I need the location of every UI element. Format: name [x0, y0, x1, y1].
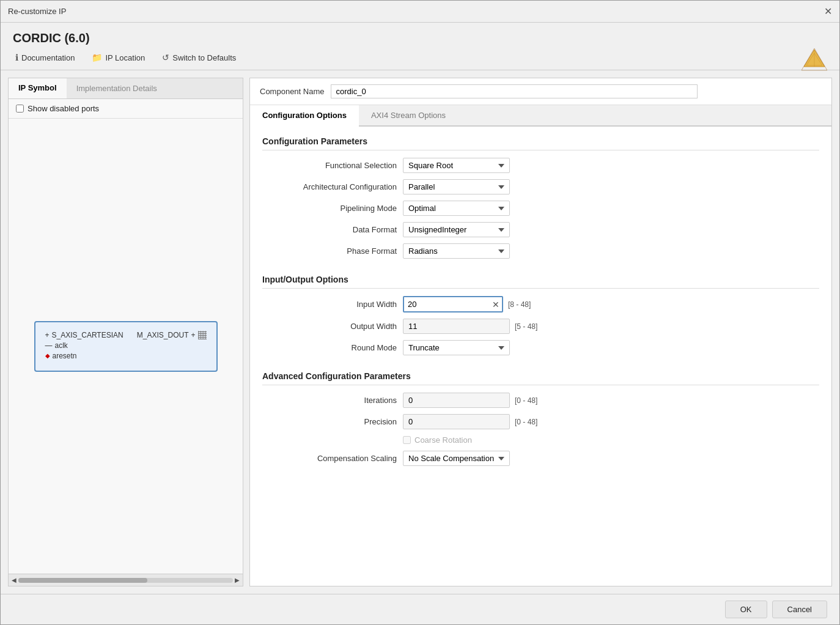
tab-ip-symbol[interactable]: IP Symbol [9, 78, 67, 98]
precision-range: [0 - 48] [515, 418, 537, 426]
port-s-axis-cartesian: + S_AXIS_CARTESIAN M_AXIS_DOUT + [45, 331, 207, 339]
param-control-architectural-config: Parallel Word Serial [403, 179, 510, 194]
input-width-clear-button[interactable]: ✕ [490, 300, 502, 309]
documentation-button[interactable]: ℹ Documentation [13, 51, 77, 64]
show-disabled-row: Show disabled ports [9, 99, 243, 119]
iterations-field[interactable] [403, 393, 510, 408]
param-label-phase-format: Phase Format [262, 246, 397, 256]
config-tabs-row: Configuration Options AXI4 Stream Option… [250, 105, 831, 127]
cancel-button[interactable]: Cancel [772, 601, 827, 618]
advanced-title: Advanced Configuration Parameters [262, 371, 819, 385]
minus-icon-aclk: — [45, 341, 53, 350]
switch-defaults-button[interactable]: ↺ Switch to Defaults [160, 51, 238, 64]
tab-axi4-stream-options[interactable]: AXI4 Stream Options [359, 105, 458, 127]
param-label-iterations: Iterations [262, 396, 397, 405]
symbol-area: + S_AXIS_CARTESIAN M_AXIS_DOUT + [9, 119, 243, 574]
tab-configuration-options[interactable]: Configuration Options [250, 105, 359, 127]
vivado-logo [801, 47, 827, 75]
param-label-data-format: Data Format [262, 225, 397, 234]
main-window: Re-customize IP ✕ CORDIC (6.0) ℹ Documen… [0, 0, 840, 625]
param-row-phase-format: Phase Format Radians Scaled Radians [262, 243, 819, 259]
architectural-config-select[interactable]: Parallel Word Serial [403, 179, 510, 194]
param-row-round-mode: Round Mode Truncate Round Ceiling Floor [262, 340, 819, 355]
param-row-output-width: Output Width [5 - 48] [262, 319, 819, 334]
window-title: Re-customize IP [8, 7, 66, 16]
grid-icon [198, 331, 207, 339]
ok-button[interactable]: OK [725, 601, 767, 618]
input-width-range: [8 - 48] [508, 300, 531, 309]
output-width-field[interactable] [403, 319, 510, 334]
round-mode-select[interactable]: Truncate Round Ceiling Floor [403, 340, 510, 355]
compensation-scaling-select[interactable]: No Scale Compensation Scale Compensation [403, 451, 510, 466]
tab-implementation-details[interactable]: Implementation Details [67, 78, 167, 98]
scroll-left-arrow[interactable]: ◀ [10, 577, 18, 583]
header-area: CORDIC (6.0) ℹ Documentation 📁 IP Locati… [1, 23, 839, 70]
toolbar: ℹ Documentation 📁 IP Location ↺ Switch t… [13, 51, 827, 64]
right-panel: Component Name Configuration Options AXI… [249, 78, 832, 586]
param-label-round-mode: Round Mode [262, 343, 397, 352]
param-control-functional-selection: Square Root Sin/Cos Arc Tan Sinh/Cosh Ar… [403, 158, 510, 173]
coarse-rotation-label: Coarse Rotation [414, 435, 472, 445]
param-control-phase-format: Radians Scaled Radians [403, 243, 510, 259]
folder-icon: 📁 [92, 53, 102, 62]
plus-icon-dout: + [191, 331, 195, 339]
scroll-right-arrow[interactable]: ▶ [233, 577, 241, 583]
param-row-compensation-scaling: Compensation Scaling No Scale Compensati… [262, 451, 819, 466]
input-width-field[interactable] [404, 297, 490, 311]
phase-format-select[interactable]: Radians Scaled Radians [403, 243, 510, 259]
left-panel-tabs: IP Symbol Implementation Details [9, 78, 243, 99]
param-label-pipelining-mode: Pipelining Mode [262, 204, 397, 213]
left-panel: IP Symbol Implementation Details Show di… [8, 78, 243, 586]
pipelining-mode-select[interactable]: Optimal No Pipelining Maximum [403, 201, 510, 216]
param-control-pipelining-mode: Optimal No Pipelining Maximum [403, 201, 510, 216]
functional-selection-select[interactable]: Square Root Sin/Cos Arc Tan Sinh/Cosh Ar… [403, 158, 510, 173]
close-button[interactable]: ✕ [824, 7, 832, 17]
param-label-compensation-scaling: Compensation Scaling [262, 454, 397, 463]
config-params-title: Configuration Parameters [262, 136, 819, 150]
main-content: IP Symbol Implementation Details Show di… [1, 70, 839, 594]
param-label-functional-selection: Functional Selection [262, 161, 397, 170]
data-format-select[interactable]: UnsignedInteger SignedFraction [403, 222, 510, 237]
param-row-functional-selection: Functional Selection Square Root Sin/Cos… [262, 158, 819, 173]
param-control-round-mode: Truncate Round Ceiling Floor [403, 340, 510, 355]
param-label-output-width: Output Width [262, 322, 397, 331]
show-disabled-checkbox[interactable] [16, 105, 24, 113]
component-name-input[interactable] [331, 84, 698, 98]
plus-icon-cartesian: + [45, 331, 50, 339]
port-aresetn: ◆ aresetn [45, 352, 207, 360]
config-content: Configuration Parameters Functional Sele… [250, 127, 831, 586]
param-row-iterations: Iterations [0 - 48] [262, 393, 819, 408]
param-row-data-format: Data Format UnsignedInteger SignedFracti… [262, 222, 819, 237]
param-label-input-width: Input Width [262, 300, 397, 309]
coarse-rotation-row: Coarse Rotation [403, 435, 819, 445]
app-title: CORDIC (6.0) [13, 31, 827, 45]
io-options-title: Input/Output Options [262, 275, 819, 289]
component-name-row: Component Name [250, 78, 831, 105]
param-control-compensation-scaling: No Scale Compensation Scale Compensation [403, 451, 510, 466]
param-control-precision: [0 - 48] [403, 414, 537, 429]
iterations-range: [0 - 48] [515, 396, 537, 405]
param-label-precision: Precision [262, 417, 397, 426]
ip-symbol-box: + S_AXIS_CARTESIAN M_AXIS_DOUT + [34, 321, 218, 372]
info-icon: ℹ [15, 53, 18, 62]
param-label-architectural-config: Architectural Configuration [262, 182, 397, 191]
scrollbar-bottom: ◀ ▶ [9, 574, 243, 586]
param-row-architectural-config: Architectural Configuration Parallel Wor… [262, 179, 819, 194]
scrollbar-thumb [18, 578, 147, 583]
param-row-precision: Precision [0 - 48] [262, 414, 819, 429]
ip-location-button[interactable]: 📁 IP Location [89, 51, 147, 64]
param-row-input-width: Input Width ✕ [8 - 48] [262, 296, 819, 312]
param-control-data-format: UnsignedInteger SignedFraction [403, 222, 510, 237]
param-control-output-width: [5 - 48] [403, 319, 537, 334]
footer: OK Cancel [1, 594, 839, 624]
input-width-field-wrapper: ✕ [403, 296, 503, 312]
precision-field[interactable] [403, 414, 510, 429]
title-bar: Re-customize IP ✕ [1, 1, 839, 23]
port-aclk: — aclk [45, 341, 207, 350]
param-control-input-width: ✕ [8 - 48] [403, 296, 531, 312]
show-disabled-label: Show disabled ports [28, 104, 99, 113]
scrollbar-track[interactable] [18, 578, 233, 583]
coarse-rotation-checkbox[interactable] [403, 436, 411, 444]
output-width-range: [5 - 48] [515, 322, 537, 331]
component-name-label: Component Name [260, 87, 325, 96]
